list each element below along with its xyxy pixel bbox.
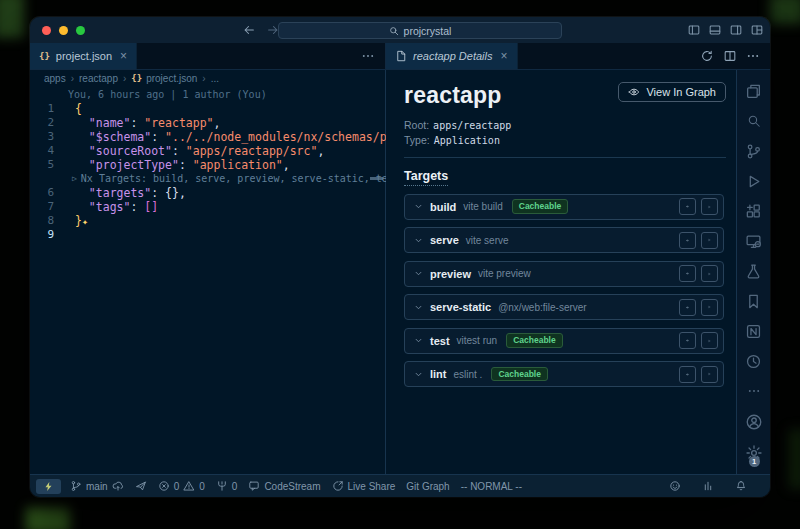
status-notifications[interactable] — [735, 480, 747, 492]
show-target-config-button[interactable] — [679, 299, 696, 316]
gitlens-blame-text: You, 6 hours ago | 1 author (You) — [30, 88, 267, 102]
more-icon[interactable] — [746, 49, 760, 63]
activity-search[interactable] — [737, 106, 770, 136]
target-row-test[interactable]: testvitest runCacheable — [404, 328, 724, 354]
nx-codelens-line: ▷Nx Targets: build, serve, preview, serv… — [30, 172, 385, 186]
code-line[interactable]: 8}✦ — [30, 214, 385, 228]
tab-reactapp-details[interactable]: reactapp Details × — [386, 43, 518, 69]
search-value: projcrystal — [404, 25, 452, 37]
command-center-search[interactable]: projcrystal — [278, 22, 562, 39]
run-target-button[interactable] — [701, 299, 718, 316]
status-problems[interactable]: 00 — [158, 480, 205, 492]
code-line[interactable]: 5 "projectType": "application", — [30, 158, 385, 172]
target-row-preview[interactable]: previewvite preview — [404, 261, 724, 287]
run-target-button[interactable] — [701, 332, 718, 349]
status-editor-bars[interactable] — [702, 480, 714, 492]
minimize-window-button[interactable] — [59, 26, 68, 35]
status-branch[interactable]: main — [70, 480, 124, 492]
run-target-button[interactable] — [701, 265, 718, 282]
customize-layout-icon[interactable] — [750, 23, 764, 37]
nx-lightning-icon — [43, 481, 54, 492]
code-line[interactable]: 9 — [30, 228, 385, 242]
status-flow[interactable] — [135, 480, 147, 492]
breadcrumb-item--[interactable]: ... — [211, 73, 219, 84]
maximize-window-button[interactable] — [76, 26, 85, 35]
code-line[interactable]: 3 "$schema": "../../node_modules/nx/sche… — [30, 130, 385, 144]
code-line[interactable]: 7 "tags": [] — [30, 200, 385, 214]
activity-settings-gear[interactable]: 1 — [745, 437, 763, 468]
breadcrumb-item-project-json[interactable]: {}project.json — [131, 73, 197, 84]
more-icon[interactable] — [361, 49, 375, 63]
activity-test-beaker[interactable] — [737, 256, 770, 286]
breadcrumb[interactable]: apps›reactapp›{}project.json›... — [30, 70, 385, 86]
line-number: 8 — [30, 214, 75, 228]
scrollbar-marker[interactable] — [370, 177, 383, 180]
wallpaper-blob — [770, 0, 800, 24]
show-target-config-button[interactable] — [679, 198, 696, 215]
line-number: 5 — [30, 158, 75, 172]
activity-history[interactable] — [737, 346, 770, 376]
activity-more[interactable] — [737, 376, 770, 406]
target-command: vitest run — [457, 335, 498, 346]
layout-panel-icon[interactable] — [708, 23, 722, 37]
activity-remote-explorer[interactable] — [737, 226, 770, 256]
split-editor-icon[interactable] — [723, 49, 737, 63]
close-tab-icon[interactable]: × — [120, 49, 127, 63]
chevron-down-icon[interactable] — [413, 369, 424, 380]
code-editor[interactable]: You, 6 hours ago | 1 author (You)1{2 "na… — [30, 86, 385, 474]
refresh-icon[interactable] — [700, 49, 714, 63]
activity-nx-logo[interactable] — [737, 316, 770, 346]
target-row-build[interactable]: buildvite buildCacheable — [404, 194, 724, 220]
run-target-button[interactable] — [701, 366, 718, 383]
code-line[interactable]: 1{ — [30, 102, 385, 116]
activity-source-control[interactable] — [737, 136, 770, 166]
gitlens-blame-line: You, 6 hours ago | 1 author (You) — [30, 88, 385, 102]
status-git-graph[interactable]: Git Graph — [406, 481, 449, 492]
status-feedback[interactable] — [669, 480, 681, 492]
status-live-share[interactable]: Live Share — [332, 480, 396, 492]
run-target-button[interactable] — [701, 232, 718, 249]
view-in-graph-button[interactable]: View In Graph — [618, 82, 726, 102]
show-target-config-button[interactable] — [679, 366, 696, 383]
tab-project-json[interactable]: {} project.json × — [30, 43, 137, 69]
close-window-button[interactable] — [42, 26, 51, 35]
sparkle-icon[interactable]: ✦ — [82, 216, 88, 227]
status-ports[interactable]: 0 — [216, 480, 238, 492]
project-info: Root:apps/reactapp Type:Application — [404, 118, 726, 158]
activity-run-debug[interactable] — [737, 166, 770, 196]
breadcrumb-item-apps[interactable]: apps — [44, 73, 66, 84]
navigate-back-icon[interactable] — [242, 23, 256, 37]
run-codelens-icon[interactable]: ▷ — [72, 172, 77, 186]
show-target-config-button[interactable] — [679, 332, 696, 349]
code-line[interactable]: 6 "targets": {}, — [30, 186, 385, 200]
show-target-config-button[interactable] — [679, 265, 696, 282]
fork-icon — [216, 480, 228, 492]
status-label: -- NORMAL -- — [461, 481, 522, 492]
target-row-serve[interactable]: servevite serve — [404, 227, 724, 253]
activity-bookmark[interactable] — [737, 286, 770, 316]
activity-account[interactable] — [745, 406, 763, 437]
close-tab-icon[interactable]: × — [501, 49, 508, 63]
activity-extensions[interactable] — [737, 196, 770, 226]
activity-files[interactable] — [737, 76, 770, 106]
status-vim-mode[interactable]: -- NORMAL -- — [461, 481, 522, 492]
chevron-down-icon[interactable] — [413, 235, 424, 246]
breadcrumb-item-reactapp[interactable]: reactapp — [79, 73, 118, 84]
chevron-down-icon[interactable] — [413, 335, 424, 346]
chevron-down-icon[interactable] — [413, 302, 424, 313]
target-row-serve-static[interactable]: serve-static@nx/web:file-server — [404, 294, 724, 320]
status-nx-remote-indicator[interactable] — [36, 479, 61, 494]
status-codestream[interactable]: CodeStream — [248, 480, 320, 492]
chevron-down-icon[interactable] — [413, 268, 424, 279]
status-label: CodeStream — [264, 481, 320, 492]
target-row-lint[interactable]: linteslint .Cacheable — [404, 361, 724, 387]
left-editor-tabs: {} project.json × — [30, 43, 386, 69]
layout-sidebar-left-icon[interactable] — [687, 23, 701, 37]
layout-sidebar-right-icon[interactable] — [729, 23, 743, 37]
run-target-button[interactable] — [701, 198, 718, 215]
code-line[interactable]: 2 "name": "reactapp", — [30, 116, 385, 130]
breadcrumb-label: ... — [211, 73, 219, 84]
show-target-config-button[interactable] — [679, 232, 696, 249]
chevron-down-icon[interactable] — [413, 201, 424, 212]
code-line[interactable]: 4 "sourceRoot": "apps/reactapp/src", — [30, 144, 385, 158]
